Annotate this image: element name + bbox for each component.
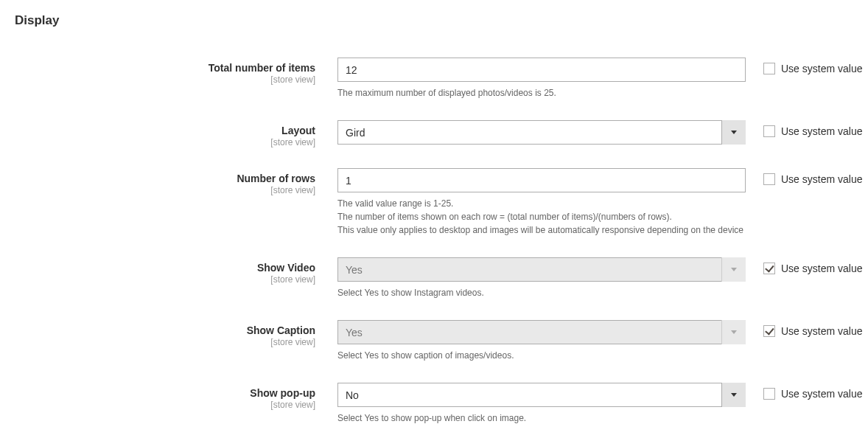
field-note: The maximum number of displayed photos/v… bbox=[337, 86, 746, 100]
use-system-checkbox[interactable] bbox=[763, 388, 775, 400]
field-col: No Select Yes to show pop-up when click … bbox=[337, 383, 746, 424]
field-label: Number of rows bbox=[15, 173, 315, 184]
field-label: Show Video bbox=[15, 262, 315, 274]
scope-label: [store view] bbox=[15, 274, 315, 285]
select-value: Gird bbox=[346, 127, 365, 139]
scope-label: [store view] bbox=[15, 400, 315, 410]
field-row-show-caption: Show Caption [store view] Yes Select Yes… bbox=[15, 320, 861, 362]
scope-label: [store view] bbox=[15, 337, 315, 347]
use-system-label: Use system value bbox=[781, 388, 862, 400]
chevron-down-icon bbox=[721, 320, 746, 344]
label-col: Show Video [store view] bbox=[15, 257, 337, 285]
chevron-down-icon bbox=[721, 383, 746, 407]
use-system-col: Use system value bbox=[746, 120, 862, 137]
label-col: Number of rows [store view] bbox=[15, 168, 337, 195]
label-col: Show pop-up [store view] bbox=[15, 383, 337, 410]
label-col: Layout [store view] bbox=[15, 120, 337, 147]
chevron-down-icon bbox=[721, 120, 746, 145]
layout-select[interactable]: Gird bbox=[337, 120, 746, 145]
field-label: Total number of items bbox=[15, 62, 315, 74]
label-col: Total number of items [store view] bbox=[15, 58, 337, 85]
field-note: The valid value range is 1-25. The numbe… bbox=[337, 197, 746, 237]
show-video-select: Yes bbox=[337, 257, 746, 282]
field-label: Layout bbox=[15, 125, 315, 136]
scope-label: [store view] bbox=[15, 74, 315, 85]
scope-label: [store view] bbox=[15, 185, 315, 195]
field-col: Gird bbox=[337, 120, 746, 145]
field-row-rows: Number of rows [store view] The valid va… bbox=[15, 168, 861, 237]
field-note: Select Yes to show pop-up when click on … bbox=[337, 411, 746, 424]
field-col: Yes Select Yes to show Instagram videos. bbox=[337, 257, 746, 299]
select-value: Yes bbox=[346, 327, 363, 338]
field-row-show-video: Show Video [store view] Yes Select Yes t… bbox=[15, 257, 861, 299]
use-system-checkbox[interactable] bbox=[763, 263, 775, 274]
use-system-col: Use system value bbox=[746, 168, 862, 185]
field-row-total-items: Total number of items [store view] The m… bbox=[15, 58, 861, 100]
use-system-label: Use system value bbox=[781, 325, 862, 337]
chevron-down-icon bbox=[721, 257, 746, 282]
field-label: Show pop-up bbox=[15, 387, 315, 399]
use-system-label: Use system value bbox=[781, 63, 862, 74]
use-system-checkbox[interactable] bbox=[763, 63, 775, 74]
label-col: Show Caption [store view] bbox=[15, 320, 337, 347]
field-row-layout: Layout [store view] Gird Use system valu… bbox=[15, 120, 861, 147]
use-system-checkbox[interactable] bbox=[763, 173, 775, 185]
field-col: The maximum number of displayed photos/v… bbox=[337, 58, 746, 100]
field-col: Yes Select Yes to show caption of images… bbox=[337, 320, 746, 362]
use-system-checkbox[interactable] bbox=[763, 125, 775, 137]
use-system-col: Use system value bbox=[746, 383, 862, 400]
use-system-checkbox[interactable] bbox=[763, 325, 775, 337]
use-system-col: Use system value bbox=[746, 58, 862, 74]
select-value: Yes bbox=[346, 264, 363, 276]
field-label: Show Caption bbox=[15, 324, 315, 336]
use-system-label: Use system value bbox=[781, 173, 862, 185]
scope-label: [store view] bbox=[15, 137, 315, 147]
rows-input[interactable] bbox=[337, 168, 746, 192]
field-note: Select Yes to show caption of images/vid… bbox=[337, 349, 746, 362]
show-caption-select: Yes bbox=[337, 320, 746, 344]
use-system-label: Use system value bbox=[781, 125, 862, 137]
field-row-show-popup: Show pop-up [store view] No Select Yes t… bbox=[15, 383, 861, 424]
select-value: No bbox=[346, 389, 359, 401]
field-note: Select Yes to show Instagram videos. bbox=[337, 286, 746, 299]
use-system-col: Use system value bbox=[746, 320, 862, 337]
use-system-label: Use system value bbox=[781, 263, 862, 274]
section-title: Display bbox=[15, 13, 861, 28]
total-items-input[interactable] bbox=[337, 58, 746, 82]
field-col: The valid value range is 1-25. The numbe… bbox=[337, 168, 746, 237]
use-system-col: Use system value bbox=[746, 257, 862, 274]
show-popup-select[interactable]: No bbox=[337, 383, 746, 407]
